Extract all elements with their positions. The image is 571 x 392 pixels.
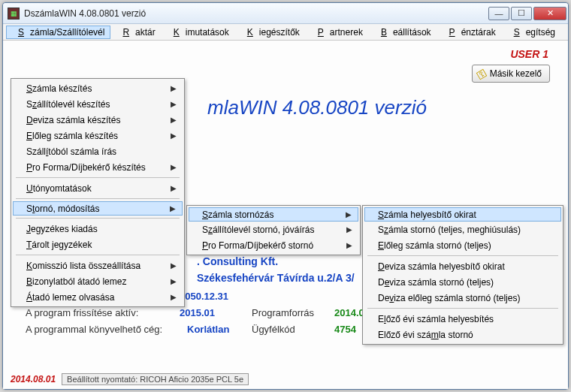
submenu-arrow-icon: ▶: [171, 100, 177, 108]
switch-user-label: Másik kezelő: [490, 68, 542, 79]
menu-item[interactable]: Raktár: [110, 26, 161, 39]
menu-item[interactable]: Bizonylatból átadó lemez▶: [13, 273, 183, 289]
menu-item[interactable]: Előleg számla stornó (teljes): [364, 237, 561, 253]
menu-item[interactable]: Komisszió lista összeállítása▶: [13, 258, 183, 273]
menu-separator: [367, 308, 558, 309]
submenu-arrow-icon: ▶: [171, 163, 177, 171]
menu-separator: [16, 177, 180, 178]
menu-item[interactable]: Számla stornó (teljes, meghiúsulás): [364, 222, 561, 237]
menu-item[interactable]: Kiegészítők: [235, 26, 306, 39]
menu-separator: [16, 218, 180, 219]
menu-item[interactable]: Előleg számla készítés▶: [13, 128, 183, 143]
menu-item[interactable]: Előző évi számla helyesbítés: [364, 311, 561, 327]
clientcode-value: 4754: [334, 321, 356, 338]
menu-item[interactable]: Számla készítés▶: [13, 80, 183, 96]
menu-item[interactable]: Vége: [561, 26, 571, 39]
status-date: 2014.08.01: [11, 374, 56, 384]
menu-item[interactable]: Tárolt jegyzékek: [13, 237, 183, 252]
maximize-button[interactable]: ☐: [511, 7, 532, 20]
menu-separator: [367, 255, 558, 256]
key-icon: ⚿: [475, 66, 489, 80]
menu-item[interactable]: Előző évi számla stornó: [364, 327, 561, 342]
submenu-arrow-icon: ▶: [170, 204, 176, 213]
menu-item[interactable]: Jegyzékes kiadás: [13, 221, 183, 237]
menu-item[interactable]: Pénztárak: [437, 26, 502, 39]
submenu-arrow-icon: ▶: [171, 293, 177, 301]
menu-item[interactable]: Stornó, módosítás▶: [13, 201, 183, 216]
menu-item[interactable]: Deviza számla helyesbítő okirat: [364, 258, 561, 274]
menu-separator: [16, 255, 180, 255]
menu-item[interactable]: Pro Forma/Díjbekérő készítés▶: [13, 159, 183, 175]
menu-item[interactable]: Deviza előleg számla stornó (teljes): [364, 290, 561, 306]
app-title: mlaWIN 4.08.0801 verzió: [207, 96, 427, 119]
update-label: A program frissítése aktív:: [26, 305, 180, 321]
submenu-arrow-icon: ▶: [346, 241, 352, 249]
menu-item[interactable]: Szállítólevél készítés▶: [13, 96, 183, 112]
titlebar: ▦ DszámlaWIN 4.08.0801 verzió — ☐ ✕: [3, 3, 568, 24]
submenu-arrow-icon: ▶: [171, 131, 177, 140]
user-label: USER 1: [510, 48, 548, 60]
menu-item[interactable]: Deviza számla készítés▶: [13, 112, 183, 128]
menu-item[interactable]: Szállítóból számla írás: [13, 143, 183, 159]
submenu-arrow-icon: ▶: [171, 116, 177, 124]
menu-item[interactable]: Utónyomtatások▶: [13, 180, 183, 196]
menu-item[interactable]: Beállítások: [369, 26, 437, 39]
menubar: Számla/SzállítólevélRaktárKimutatásokKie…: [3, 24, 568, 41]
close-button[interactable]: ✕: [533, 7, 566, 20]
client-area: USER 1 ⚿ Másik kezelő mlaWIN 4.08.0801 v…: [3, 41, 568, 389]
company-address: Székesfehérvár Távírda u.2/A 3/: [197, 272, 355, 284]
company-limit-value: Korlátlan: [187, 321, 252, 338]
status-printer[interactable]: Beállított nyomtató: RICOH Aficio 2035e …: [62, 373, 249, 385]
menu-item[interactable]: Pro Forma/Díjbekérő stornó▶: [189, 237, 358, 253]
menu-separator: [16, 198, 180, 199]
update-value: 2015.01: [180, 305, 252, 321]
menu-item[interactable]: Segítség: [502, 26, 561, 39]
minimize-button[interactable]: —: [488, 7, 509, 20]
statusbar: 2014.08.01 Beállított nyomtató: RICOH Af…: [3, 369, 568, 389]
app-icon: ▦: [8, 8, 20, 20]
menu-item[interactable]: Partnerek: [306, 26, 369, 39]
company-name: . Consulting Kft.: [197, 255, 278, 267]
menu-item[interactable]: Számla stornózás▶: [189, 207, 358, 222]
menu-item[interactable]: Átadó lemez olvasása▶: [13, 289, 183, 305]
menu-szamla: Számla készítés▶Szállítólevél készítés▶D…: [11, 78, 185, 307]
submenu-arrow-icon: ▶: [346, 210, 352, 219]
window-title: DszámlaWIN 4.08.0801 verzió: [24, 8, 488, 19]
app-window: ▦ DszámlaWIN 4.08.0801 verzió — ☐ ✕ Szám…: [2, 2, 569, 390]
submenu-storno: Számla stornózás▶Szállítólevél stornó, j…: [186, 205, 361, 255]
menu-item[interactable]: Kimutatások: [162, 26, 235, 39]
submenu-arrow-icon: ▶: [346, 225, 352, 234]
submenu-szamla-stornozas: Számla helyesbítő okiratSzámla stornó (t…: [362, 205, 563, 345]
submenu-arrow-icon: ▶: [171, 84, 177, 92]
submenu-arrow-icon: ▶: [171, 277, 177, 285]
menu-item[interactable]: Deviza számla stornó (teljes): [364, 274, 561, 290]
submenu-arrow-icon: ▶: [171, 184, 177, 192]
company-limit-label: A programmal könyvelhető cég:: [26, 321, 187, 338]
submenu-arrow-icon: ▶: [171, 261, 177, 270]
source-label: Programforrás: [252, 305, 334, 321]
license-value: 2050.12.31: [180, 288, 228, 305]
switch-user-button[interactable]: ⚿ Másik kezelő: [472, 65, 550, 83]
clientcode-label: Ügyfélkód: [252, 321, 334, 338]
menu-item[interactable]: Számla/Szállítólevél: [6, 26, 110, 39]
menu-item[interactable]: Számla helyesbítő okirat: [364, 207, 561, 222]
menu-item[interactable]: Szállítólevél stornó, jóváírás▶: [189, 222, 358, 237]
